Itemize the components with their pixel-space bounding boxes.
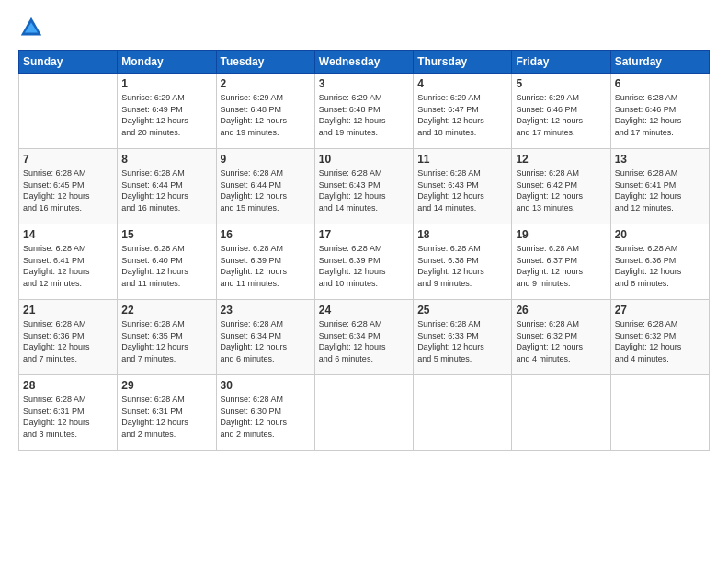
calendar-cell: 11Sunrise: 6:28 AM Sunset: 6:43 PM Dayli… (414, 149, 512, 224)
calendar-cell: 5Sunrise: 6:29 AM Sunset: 6:46 PM Daylig… (512, 74, 610, 149)
day-info: Sunrise: 6:28 AM Sunset: 6:43 PM Dayligh… (417, 167, 507, 213)
calendar-cell: 14Sunrise: 6:28 AM Sunset: 6:41 PM Dayli… (19, 224, 118, 300)
day-number: 6 (615, 77, 705, 90)
day-number: 10 (319, 153, 409, 166)
day-info: Sunrise: 6:29 AM Sunset: 6:48 PM Dayligh… (319, 92, 409, 138)
calendar-cell: 20Sunrise: 6:28 AM Sunset: 6:36 PM Dayli… (610, 224, 709, 300)
day-info: Sunrise: 6:29 AM Sunset: 6:49 PM Dayligh… (121, 92, 211, 138)
day-header: Saturday (610, 51, 709, 74)
header (18, 15, 710, 40)
calendar-cell (314, 375, 413, 451)
day-info: Sunrise: 6:28 AM Sunset: 6:31 PM Dayligh… (23, 394, 113, 440)
day-number: 1 (121, 77, 211, 90)
day-info: Sunrise: 6:28 AM Sunset: 6:40 PM Dayligh… (121, 243, 211, 289)
calendar-cell: 4Sunrise: 6:29 AM Sunset: 6:47 PM Daylig… (414, 74, 512, 149)
day-number: 4 (417, 77, 507, 90)
day-header: Friday (512, 51, 610, 74)
day-number: 19 (516, 228, 606, 241)
calendar-cell: 21Sunrise: 6:28 AM Sunset: 6:36 PM Dayli… (19, 300, 118, 375)
calendar-cell: 12Sunrise: 6:28 AM Sunset: 6:42 PM Dayli… (512, 149, 610, 224)
calendar-header: SundayMondayTuesdayWednesdayThursdayFrid… (19, 51, 710, 74)
day-number: 28 (23, 379, 113, 392)
day-number: 17 (319, 228, 409, 241)
calendar-cell: 8Sunrise: 6:28 AM Sunset: 6:44 PM Daylig… (118, 149, 216, 224)
calendar-cell: 16Sunrise: 6:28 AM Sunset: 6:39 PM Dayli… (216, 224, 314, 300)
day-number: 11 (417, 153, 507, 166)
day-info: Sunrise: 6:28 AM Sunset: 6:39 PM Dayligh… (319, 243, 409, 289)
day-info: Sunrise: 6:29 AM Sunset: 6:48 PM Dayligh… (221, 92, 311, 138)
day-number: 2 (221, 77, 311, 90)
day-info: Sunrise: 6:28 AM Sunset: 6:46 PM Dayligh… (615, 92, 705, 138)
day-number: 9 (221, 153, 311, 166)
day-number: 25 (417, 304, 507, 316)
calendar-cell (19, 74, 118, 149)
day-info: Sunrise: 6:28 AM Sunset: 6:36 PM Dayligh… (615, 243, 705, 289)
day-info: Sunrise: 6:28 AM Sunset: 6:44 PM Dayligh… (221, 167, 311, 213)
day-info: Sunrise: 6:28 AM Sunset: 6:37 PM Dayligh… (516, 243, 606, 289)
day-number: 3 (319, 77, 409, 90)
calendar-cell: 17Sunrise: 6:28 AM Sunset: 6:39 PM Dayli… (314, 224, 413, 300)
day-info: Sunrise: 6:29 AM Sunset: 6:47 PM Dayligh… (417, 92, 507, 138)
day-header: Monday (118, 51, 216, 74)
calendar-cell: 26Sunrise: 6:28 AM Sunset: 6:32 PM Dayli… (512, 300, 610, 375)
calendar-cell: 28Sunrise: 6:28 AM Sunset: 6:31 PM Dayli… (19, 375, 118, 451)
calendar-cell (414, 375, 512, 451)
day-info: Sunrise: 6:28 AM Sunset: 6:34 PM Dayligh… (221, 318, 311, 364)
day-info: Sunrise: 6:28 AM Sunset: 6:31 PM Dayligh… (121, 394, 211, 440)
day-number: 27 (615, 304, 705, 316)
day-info: Sunrise: 6:28 AM Sunset: 6:32 PM Dayligh… (615, 318, 705, 364)
day-number: 16 (221, 228, 311, 241)
calendar-cell: 6Sunrise: 6:28 AM Sunset: 6:46 PM Daylig… (610, 74, 709, 149)
day-info: Sunrise: 6:29 AM Sunset: 6:46 PM Dayligh… (516, 92, 606, 138)
calendar-cell (512, 375, 610, 451)
day-number: 29 (121, 379, 211, 392)
day-number: 13 (615, 153, 705, 166)
day-info: Sunrise: 6:28 AM Sunset: 6:33 PM Dayligh… (417, 318, 507, 364)
day-header: Thursday (414, 51, 512, 74)
calendar-cell: 2Sunrise: 6:29 AM Sunset: 6:48 PM Daylig… (216, 74, 314, 149)
day-header: Tuesday (216, 51, 314, 74)
calendar-cell: 1Sunrise: 6:29 AM Sunset: 6:49 PM Daylig… (118, 74, 216, 149)
day-number: 26 (516, 304, 606, 316)
day-info: Sunrise: 6:28 AM Sunset: 6:41 PM Dayligh… (23, 243, 113, 289)
logo (18, 15, 48, 40)
day-number: 15 (121, 228, 211, 241)
day-info: Sunrise: 6:28 AM Sunset: 6:34 PM Dayligh… (319, 318, 409, 364)
calendar-cell: 10Sunrise: 6:28 AM Sunset: 6:43 PM Dayli… (314, 149, 413, 224)
calendar-cell: 3Sunrise: 6:29 AM Sunset: 6:48 PM Daylig… (314, 74, 413, 149)
calendar-cell: 9Sunrise: 6:28 AM Sunset: 6:44 PM Daylig… (216, 149, 314, 224)
day-info: Sunrise: 6:28 AM Sunset: 6:30 PM Dayligh… (221, 394, 311, 440)
calendar-cell: 7Sunrise: 6:28 AM Sunset: 6:45 PM Daylig… (19, 149, 118, 224)
day-number: 21 (23, 304, 113, 316)
day-info: Sunrise: 6:28 AM Sunset: 6:36 PM Dayligh… (23, 318, 113, 364)
day-info: Sunrise: 6:28 AM Sunset: 6:44 PM Dayligh… (121, 167, 211, 213)
calendar-cell: 24Sunrise: 6:28 AM Sunset: 6:34 PM Dayli… (314, 300, 413, 375)
day-info: Sunrise: 6:28 AM Sunset: 6:45 PM Dayligh… (23, 167, 113, 213)
day-number: 30 (221, 379, 311, 392)
day-info: Sunrise: 6:28 AM Sunset: 6:42 PM Dayligh… (516, 167, 606, 213)
day-info: Sunrise: 6:28 AM Sunset: 6:38 PM Dayligh… (417, 243, 507, 289)
calendar-cell: 13Sunrise: 6:28 AM Sunset: 6:41 PM Dayli… (610, 149, 709, 224)
day-info: Sunrise: 6:28 AM Sunset: 6:41 PM Dayligh… (615, 167, 705, 213)
calendar-cell: 15Sunrise: 6:28 AM Sunset: 6:40 PM Dayli… (118, 224, 216, 300)
day-number: 18 (417, 228, 507, 241)
calendar-body: 1Sunrise: 6:29 AM Sunset: 6:49 PM Daylig… (19, 74, 710, 451)
calendar-cell: 22Sunrise: 6:28 AM Sunset: 6:35 PM Dayli… (118, 300, 216, 375)
calendar-cell: 19Sunrise: 6:28 AM Sunset: 6:37 PM Dayli… (512, 224, 610, 300)
calendar-cell: 29Sunrise: 6:28 AM Sunset: 6:31 PM Dayli… (118, 375, 216, 451)
day-number: 20 (615, 228, 705, 241)
day-number: 22 (121, 304, 211, 316)
calendar-table: SundayMondayTuesdayWednesdayThursdayFrid… (18, 50, 710, 451)
day-number: 23 (221, 304, 311, 316)
day-number: 5 (516, 77, 606, 90)
day-info: Sunrise: 6:28 AM Sunset: 6:39 PM Dayligh… (221, 243, 311, 289)
day-info: Sunrise: 6:28 AM Sunset: 6:35 PM Dayligh… (121, 318, 211, 364)
day-number: 12 (516, 153, 606, 166)
calendar-cell: 23Sunrise: 6:28 AM Sunset: 6:34 PM Dayli… (216, 300, 314, 375)
day-header: Wednesday (314, 51, 413, 74)
day-number: 14 (23, 228, 113, 241)
day-info: Sunrise: 6:28 AM Sunset: 6:43 PM Dayligh… (319, 167, 409, 213)
page: SundayMondayTuesdayWednesdayThursdayFrid… (0, 0, 728, 563)
day-number: 8 (121, 153, 211, 166)
calendar-cell: 18Sunrise: 6:28 AM Sunset: 6:38 PM Dayli… (414, 224, 512, 300)
